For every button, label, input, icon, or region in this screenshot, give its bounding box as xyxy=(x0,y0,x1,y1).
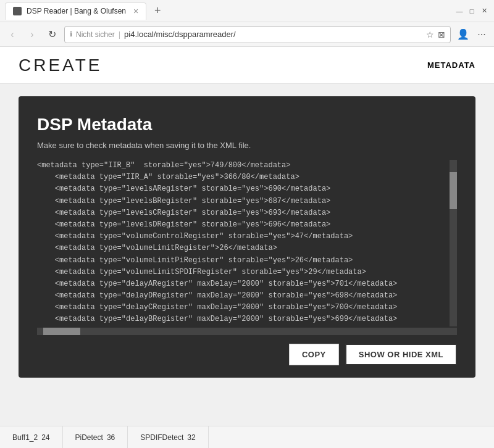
status-value-2: 32 xyxy=(187,433,195,442)
address-icons: ☆ ⊠ xyxy=(426,30,445,39)
app-logo[interactable]: CREATE xyxy=(19,56,103,75)
profile-icon[interactable]: 👤 xyxy=(456,27,471,42)
close-button[interactable]: ✕ xyxy=(479,6,489,16)
browser-addressbar: ‹ › ↻ ℹ Nicht sicher | pi4.local/misc/ds… xyxy=(0,22,494,47)
status-value-1: 36 xyxy=(107,433,115,442)
card-actions: COPY SHOW OR HIDE XML xyxy=(37,344,457,365)
security-icon: ℹ xyxy=(70,30,72,38)
dsp-title: DSP Metadata xyxy=(37,115,457,135)
maximize-button[interactable]: □ xyxy=(467,6,477,16)
tab-title: DSP Reader | Bang & Olufsen xyxy=(27,7,126,15)
status-name-1: PiDetect xyxy=(75,433,103,442)
url-text: pi4.local/misc/dspparamreader/ xyxy=(124,30,236,39)
xml-scrollbar-thumb[interactable] xyxy=(450,172,457,209)
window-controls: — □ ✕ xyxy=(454,6,489,16)
nav-metadata[interactable]: METADATA xyxy=(427,60,475,70)
app-header: CREATE METADATA xyxy=(0,47,494,84)
main-content: DSP Metadata Make sure to check metadata… xyxy=(0,84,494,426)
browser-tab[interactable]: DSP Reader | Bang & Olufsen × xyxy=(5,2,146,20)
favorites-icon[interactable]: ☆ xyxy=(426,30,434,39)
status-name-0: Buff1_2 xyxy=(12,433,38,442)
xml-scroll-container[interactable]: <metadata type="IIR_B" storable="yes">74… xyxy=(37,160,457,335)
address-separator: | xyxy=(119,30,120,39)
collections-icon[interactable]: ⊠ xyxy=(438,30,445,39)
xml-content: <metadata type="IIR_B" storable="yes">74… xyxy=(37,160,457,326)
copy-button[interactable]: COPY xyxy=(289,344,339,365)
address-bar[interactable]: ℹ Nicht sicher | pi4.local/misc/dspparam… xyxy=(64,26,451,43)
show-hide-xml-button[interactable]: SHOW OR HIDE XML xyxy=(345,344,457,365)
menu-icon[interactable]: ··· xyxy=(474,27,489,42)
browser-titlebar: DSP Reader | Bang & Olufsen × + — □ ✕ xyxy=(0,0,494,22)
back-button[interactable]: ‹ xyxy=(5,27,20,42)
xml-horizontal-scrollbar[interactable] xyxy=(37,328,457,335)
status-item-buff1_2: Buff1_224 xyxy=(0,426,63,448)
new-tab-button[interactable]: + xyxy=(149,2,166,20)
status-item-spdifdetect: SPDIFDetect32 xyxy=(128,426,208,448)
toolbar-icons: 👤 ··· xyxy=(456,27,489,42)
xml-vertical-scrollbar[interactable] xyxy=(450,160,457,326)
dsp-card: DSP Metadata Make sure to check metadata… xyxy=(19,96,475,378)
status-value-0: 24 xyxy=(41,433,49,442)
dsp-subtitle: Make sure to check metadata when saving … xyxy=(37,141,457,150)
xml-container[interactable]: <metadata type="IIR_B" storable="yes">74… xyxy=(37,160,457,326)
refresh-button[interactable]: ↻ xyxy=(44,27,59,42)
status-item-pidetect: PiDetect36 xyxy=(63,426,128,448)
status-name-2: SPDIFDetect xyxy=(140,433,183,442)
not-secure-label: Nicht sicher xyxy=(76,30,115,39)
tab-favicon xyxy=(13,7,22,15)
tab-close-button[interactable]: × xyxy=(133,6,138,16)
xml-hscrollbar-thumb[interactable] xyxy=(43,328,80,335)
status-bar: Buff1_224PiDetect36SPDIFDetect32 xyxy=(0,426,494,448)
app-nav: METADATA xyxy=(427,60,475,70)
forward-button[interactable]: › xyxy=(25,27,40,42)
minimize-button[interactable]: — xyxy=(454,6,464,16)
